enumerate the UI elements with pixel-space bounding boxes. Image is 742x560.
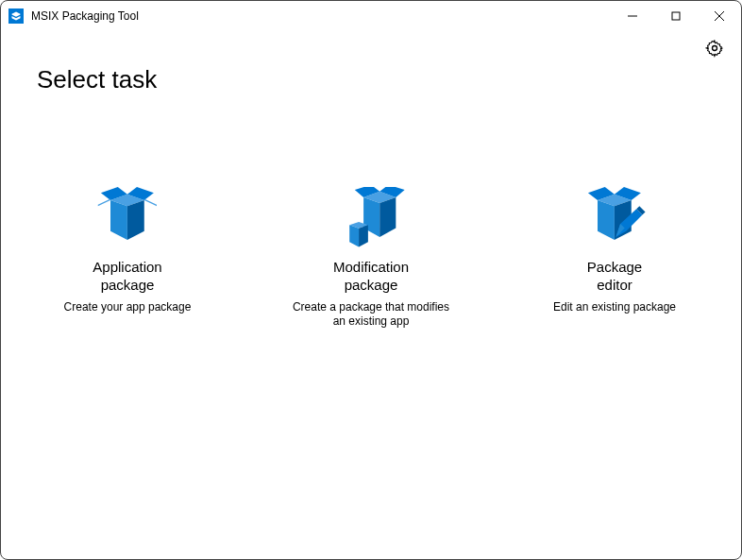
task-list: Application package Create your app pack…: [1, 179, 741, 330]
svg-rect-1: [672, 12, 680, 20]
gear-icon[interactable]: [705, 39, 724, 58]
settings-row: [1, 31, 741, 58]
window-controls: [611, 1, 741, 31]
task-package-editor[interactable]: Package editor Edit an existing package: [516, 179, 713, 330]
svg-marker-10: [98, 198, 110, 206]
task-title: Application package: [29, 259, 226, 295]
svg-point-4: [713, 46, 717, 51]
window-title: MSIX Packaging Tool: [31, 9, 139, 23]
svg-marker-11: [144, 198, 157, 206]
svg-marker-16: [379, 197, 396, 237]
app-icon: [8, 8, 24, 24]
maximize-button[interactable]: [654, 1, 698, 31]
task-description: Edit an existing package: [516, 300, 713, 315]
svg-marker-8: [110, 200, 127, 240]
page-title: Select task: [37, 65, 741, 94]
titlebar: MSIX Packaging Tool: [1, 1, 741, 31]
svg-marker-19: [359, 225, 368, 246]
svg-marker-9: [127, 200, 144, 240]
task-description: Create a package that modifies an existi…: [273, 300, 469, 330]
svg-marker-23: [598, 200, 615, 240]
svg-marker-18: [349, 225, 359, 246]
minimize-button[interactable]: [611, 1, 654, 31]
task-title: Modification package: [273, 259, 469, 295]
task-title: Package editor: [516, 259, 713, 295]
task-modification-package[interactable]: Modification package Create a package th…: [273, 179, 469, 330]
box-open-icon: [29, 179, 226, 253]
task-description: Create your app package: [29, 300, 226, 315]
box-edit-icon: [516, 179, 713, 253]
box-mod-icon: [273, 179, 469, 253]
close-button[interactable]: [698, 1, 741, 31]
task-application-package[interactable]: Application package Create your app pack…: [29, 179, 226, 330]
